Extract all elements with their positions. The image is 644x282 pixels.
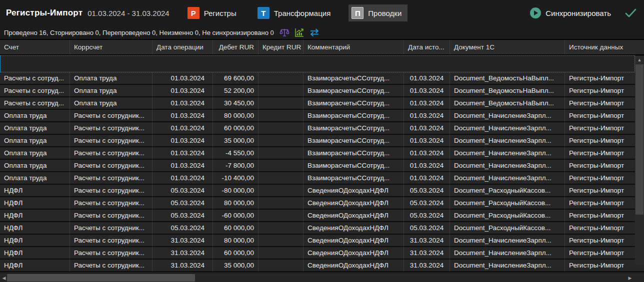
table-cell: Расчеты с сотрудник... bbox=[70, 110, 152, 122]
table-cell: 05.03.2024 bbox=[404, 210, 450, 222]
column-header[interactable]: Коррсчет bbox=[70, 40, 152, 54]
table-cell: Расчеты с сотрудник... bbox=[70, 197, 152, 210]
table-cell: Расчеты с сотрудник... bbox=[70, 210, 152, 222]
scroll-right-icon[interactable]: ▶ bbox=[626, 274, 634, 282]
table-cell: -7 800,00 bbox=[213, 160, 258, 172]
table-cell bbox=[258, 185, 304, 197]
table-cell: ВзаиморасчетыССотруд... bbox=[304, 110, 404, 122]
column-header[interactable]: Источник данных bbox=[565, 40, 644, 54]
table-row[interactable]: НДФЛРасчеты с сотрудник...05.03.2024-80 … bbox=[0, 185, 644, 197]
table-row[interactable]: НДФЛРасчеты с сотрудник...05.03.202480 0… bbox=[0, 197, 644, 210]
table-cell: Расчеты с сотрудник... bbox=[70, 147, 152, 160]
table-row[interactable]: Расчеты с сотруд...Оплата труда01.03.202… bbox=[0, 85, 644, 97]
table-cell: 01.03.2024 bbox=[404, 85, 450, 97]
table-cell: 80 000,00 bbox=[213, 235, 258, 247]
table-cell: 31.03.2024 bbox=[404, 260, 450, 272]
table-cell: Регистры-Импорт bbox=[565, 160, 644, 172]
table-body: Расчеты с сотруд...Оплата труда01.03.202… bbox=[0, 72, 644, 272]
horizontal-scrollbar[interactable]: ◀ ▶ bbox=[0, 274, 644, 282]
table-cell: Регистры-Импорт bbox=[565, 110, 644, 122]
column-header[interactable]: Дата исто... bbox=[404, 40, 450, 54]
registers-button[interactable]: Р Регистры bbox=[184, 4, 242, 21]
table-cell: 31.03.2024 bbox=[152, 247, 213, 260]
horizontal-scrollbar-thumb[interactable] bbox=[7, 274, 195, 282]
table-cell: 01.03.2024 bbox=[404, 110, 450, 122]
scroll-up-icon[interactable]: ▲ bbox=[635, 56, 644, 64]
column-header[interactable]: Комментарий bbox=[304, 40, 404, 54]
table-cell: Document_РасходныйКассов... bbox=[450, 197, 565, 210]
chart-icon[interactable] bbox=[294, 27, 305, 38]
table-cell: СведенияОДоходахНДФЛ bbox=[304, 222, 404, 235]
table-cell bbox=[258, 172, 304, 185]
table-cell: Оплата труда bbox=[0, 147, 70, 160]
table-cell bbox=[258, 160, 304, 172]
postings-badge-icon: П bbox=[352, 7, 364, 19]
table-cell: 80 000,00 bbox=[213, 110, 258, 122]
column-header[interactable]: Документ 1С bbox=[450, 40, 565, 54]
table-cell: Расчеты с сотрудник... bbox=[70, 235, 152, 247]
table-row[interactable]: НДФЛРасчеты с сотрудник...05.03.202460 0… bbox=[0, 222, 644, 235]
table-cell: Document_ВедомостьНаВыпл... bbox=[450, 97, 565, 110]
check-icon[interactable] bbox=[624, 7, 637, 18]
vertical-scrollbar-thumb[interactable] bbox=[636, 64, 644, 215]
table-cell: 35 000,00 bbox=[213, 135, 258, 147]
table-row[interactable]: НДФЛРасчеты с сотрудник...05.03.2024-60 … bbox=[0, 210, 644, 222]
scales-icon[interactable] bbox=[279, 27, 290, 38]
table-cell: Document_РасходныйКассов... bbox=[450, 210, 565, 222]
synchronize-button[interactable]: Синхронизировать bbox=[530, 7, 611, 18]
table-cell: 01.03.2024 bbox=[152, 147, 213, 160]
table-cell: Document_НачислениеЗарпл... bbox=[450, 160, 565, 172]
table-row[interactable]: НДФЛРасчеты с сотрудник...31.03.202480 0… bbox=[0, 235, 644, 247]
mode-switcher: Р Регистры Т Трансформация П Проводки bbox=[184, 4, 408, 21]
page-title: Регистры-Импорт bbox=[6, 8, 82, 18]
table-cell: СведенияОДоходахНДФЛ bbox=[304, 247, 404, 260]
play-icon bbox=[530, 7, 541, 18]
postings-button[interactable]: П Проводки bbox=[348, 4, 408, 21]
table-row[interactable]: Расчеты с сотруд...Оплата труда01.03.202… bbox=[0, 72, 644, 85]
table-cell: Оплата труда bbox=[70, 85, 152, 97]
empty-selected-row[interactable] bbox=[0, 55, 635, 72]
table-cell: Расчеты с сотрудник... bbox=[70, 185, 152, 197]
table-cell: ВзаиморасчетыССотруд... bbox=[304, 85, 404, 97]
table-cell bbox=[258, 235, 304, 247]
column-header[interactable]: Дата операции bbox=[152, 40, 213, 54]
table-cell: Расчеты с сотрудник... bbox=[70, 247, 152, 260]
column-header[interactable]: Кредит RUR bbox=[258, 40, 304, 54]
table-cell: 01.03.2024 bbox=[152, 85, 213, 97]
table-cell: Оплата труда bbox=[0, 160, 70, 172]
toolbar-right: Синхронизировать bbox=[530, 7, 637, 18]
table-row[interactable]: НДФЛРасчеты с сотрудник...31.03.202460 0… bbox=[0, 247, 644, 260]
table-cell: НДФЛ bbox=[0, 197, 70, 210]
table-cell: 01.03.2024 bbox=[152, 172, 213, 185]
table-cell: -60 000,00 bbox=[213, 210, 258, 222]
table-cell: 05.03.2024 bbox=[404, 185, 450, 197]
table-cell: 31.03.2024 bbox=[152, 235, 213, 247]
table-cell bbox=[258, 110, 304, 122]
vertical-scrollbar[interactable]: ▲ ▼ bbox=[635, 56, 644, 265]
table-row[interactable]: Оплата трудаРасчеты с сотрудник...01.03.… bbox=[0, 160, 644, 172]
table-cell: Регистры-Импорт bbox=[565, 235, 644, 247]
table-row[interactable]: Оплата трудаРасчеты с сотрудник...01.03.… bbox=[0, 110, 644, 122]
table-row[interactable]: Оплата трудаРасчеты с сотрудник...01.03.… bbox=[0, 147, 644, 160]
table-row[interactable]: Оплата трудаРасчеты с сотрудник...01.03.… bbox=[0, 172, 644, 185]
table-row[interactable]: НДФЛРасчеты с сотрудник...31.03.202435 0… bbox=[0, 260, 644, 272]
transformation-button[interactable]: Т Трансформация bbox=[254, 4, 337, 21]
table-cell: -10 400,00 bbox=[213, 172, 258, 185]
table-cell: Document_РасходныйКассов... bbox=[450, 185, 565, 197]
table-cell: НДФЛ bbox=[0, 185, 70, 197]
table-cell: 31.03.2024 bbox=[404, 247, 450, 260]
table-row[interactable]: Оплата трудаРасчеты с сотрудник...01.03.… bbox=[0, 122, 644, 135]
table-cell: 69 600,00 bbox=[213, 72, 258, 85]
table-row[interactable]: Расчеты с сотруд...Оплата труда01.03.202… bbox=[0, 97, 644, 110]
table-cell: Оплата труда bbox=[0, 122, 70, 135]
table-cell: Регистры-Импорт bbox=[565, 210, 644, 222]
table-cell bbox=[258, 210, 304, 222]
table-cell: -80 000,00 bbox=[213, 185, 258, 197]
table-header-row: СчетКоррсчетДата операцииДебет RURКредит… bbox=[0, 40, 644, 55]
column-header[interactable]: Дебет RUR bbox=[213, 40, 258, 54]
swap-arrows-icon[interactable] bbox=[309, 27, 320, 38]
table-cell: Оплата труда bbox=[0, 172, 70, 185]
column-header[interactable]: Счет bbox=[0, 40, 70, 54]
table-row[interactable]: Оплата трудаРасчеты с сотрудник...01.03.… bbox=[0, 135, 644, 147]
table-cell: НДФЛ bbox=[0, 222, 70, 235]
